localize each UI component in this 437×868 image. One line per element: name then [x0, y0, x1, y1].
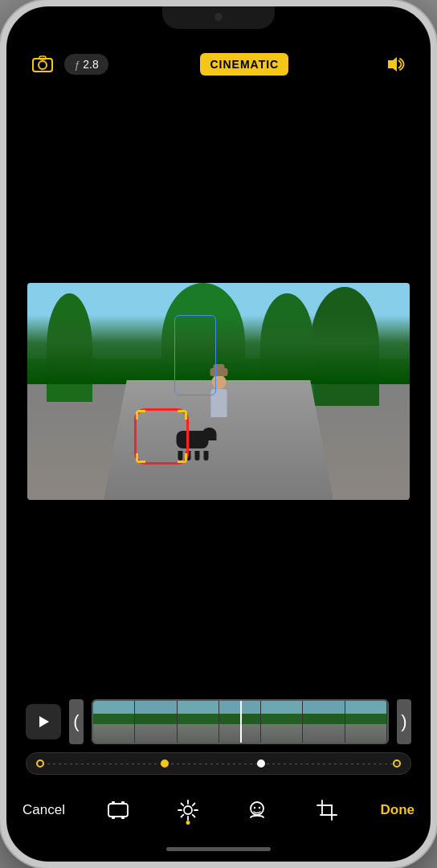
front-camera — [214, 13, 223, 21]
video-content — [27, 283, 410, 500]
home-indicator — [6, 842, 431, 862]
focus-corner-br — [178, 453, 187, 463]
playhead — [240, 701, 242, 743]
adjustments-tool-icon — [172, 794, 204, 826]
play-icon — [35, 714, 51, 730]
sun-icon-svg — [175, 797, 201, 823]
aperture-value: 2.8 — [83, 58, 98, 71]
aperture-badge[interactable]: ƒ 2.8 — [64, 54, 108, 75]
bracket-right-symbol: ) — [401, 711, 406, 732]
adjustments-active-dot — [186, 821, 190, 825]
cinematic-label: CINEMATIC — [210, 58, 279, 71]
filmstrip-frame-1 — [93, 701, 135, 743]
adjustments-tool-button[interactable] — [172, 794, 204, 826]
screen: ƒ 2.8 CINEMATIC — [6, 6, 431, 862]
retouch-icon-svg — [244, 797, 270, 823]
svg-point-20 — [254, 807, 255, 809]
mute-button[interactable] — [0, 151, 5, 183]
video-preview-area — [6, 91, 431, 699]
focus-dot-mid1[interactable] — [161, 760, 169, 768]
focus-corner-tl — [136, 410, 145, 420]
dog-focus-ring[interactable] — [134, 408, 189, 465]
cinematic-icon-svg — [105, 797, 131, 823]
camera-icon-button[interactable] — [29, 51, 56, 78]
focus-track-line — [36, 764, 401, 764]
focus-dot-end[interactable] — [393, 760, 401, 768]
volume-button[interactable] — [381, 51, 408, 78]
timeline-row: ( ) — [26, 699, 411, 744]
svg-line-15 — [181, 804, 183, 806]
aperture-f-symbol: ƒ — [74, 59, 80, 71]
svg-line-18 — [181, 815, 183, 817]
focus-dot-start[interactable] — [36, 760, 44, 768]
svg-rect-6 — [112, 801, 115, 805]
cancel-button[interactable]: Cancel — [22, 802, 65, 818]
retouch-tool-button[interactable] — [241, 794, 273, 826]
play-button[interactable] — [26, 704, 61, 739]
filmstrip-frame-2 — [135, 701, 177, 743]
filmstrip[interactable] — [92, 699, 389, 744]
crop-tool-icon — [311, 794, 343, 826]
filmstrip-frame-7 — [345, 701, 387, 743]
cinematic-tool-icon — [102, 794, 134, 826]
svg-rect-8 — [112, 816, 115, 819]
svg-marker-3 — [388, 57, 397, 72]
filmstrip-frame-3 — [178, 701, 219, 743]
svg-point-1 — [39, 61, 47, 69]
focus-corner-bl — [136, 453, 145, 463]
volume-up-button[interactable] — [0, 199, 5, 248]
speaker-icon — [383, 53, 406, 76]
svg-rect-5 — [108, 804, 128, 817]
focus-track[interactable] — [26, 752, 411, 775]
done-button[interactable]: Done — [381, 802, 415, 818]
svg-line-16 — [193, 815, 195, 817]
volume-down-button[interactable] — [0, 260, 5, 308]
phone-frame: ƒ 2.8 CINEMATIC — [0, 0, 437, 868]
filmstrip-frame-5 — [261, 701, 303, 743]
bracket-left-symbol: ( — [73, 711, 79, 732]
dog-leg — [194, 451, 199, 461]
svg-point-10 — [184, 806, 192, 814]
timeline-area: ( ) — [6, 699, 431, 784]
crop-tool-button[interactable] — [311, 794, 343, 826]
svg-rect-9 — [121, 816, 125, 819]
svg-rect-7 — [121, 801, 125, 805]
crop-icon-svg — [314, 797, 340, 823]
dog-leg — [203, 451, 208, 461]
person-focus-box[interactable] — [174, 315, 216, 395]
power-button[interactable] — [432, 207, 437, 280]
retouch-tool-icon — [241, 794, 273, 826]
filmstrip-frame-6 — [303, 701, 345, 743]
focus-dot-mid2[interactable] — [257, 760, 265, 768]
filmstrip-bracket-right[interactable]: ) — [397, 699, 411, 744]
cinematic-badge[interactable]: CINEMATIC — [200, 53, 288, 76]
focus-corner-tr — [178, 410, 187, 420]
video-frame[interactable] — [27, 283, 410, 500]
bottom-toolbar: Cancel — [6, 784, 431, 842]
phone-notch — [162, 6, 275, 29]
home-bar — [166, 847, 271, 851]
svg-marker-4 — [39, 716, 49, 727]
filmstrip-bracket-left[interactable]: ( — [69, 699, 84, 744]
top-left-controls: ƒ 2.8 — [29, 51, 108, 78]
svg-line-17 — [193, 804, 195, 806]
svg-point-21 — [259, 807, 260, 809]
cinematic-tool-button[interactable] — [102, 794, 134, 826]
camera-icon — [31, 53, 54, 76]
dog-head — [202, 428, 216, 440]
